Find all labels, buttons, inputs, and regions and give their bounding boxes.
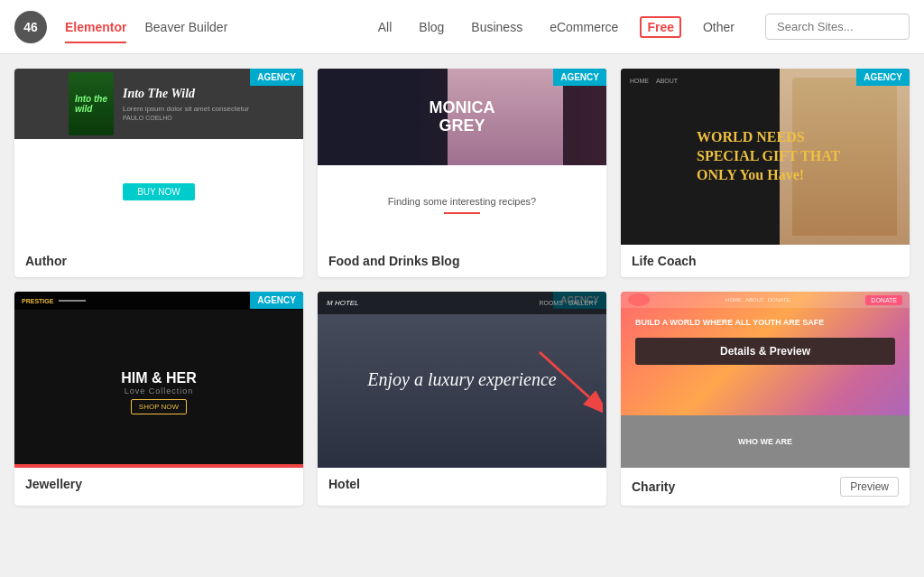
charity-logo-shape — [628, 293, 650, 306]
jewel-bottom-line — [14, 464, 303, 468]
food-agency-badge: AGENCY — [553, 69, 606, 86]
card-hotel[interactable]: AGENCY M HOTEL ROOMS GALLERY Enjoy a lux… — [318, 292, 606, 506]
hotel-nav: M HOTEL ROOMS GALLERY — [318, 292, 606, 314]
food-tagline: Finding some interesting recipes? — [388, 196, 536, 207]
coach-main-text: WORLD NEEDS SPECIAL GIFT THAT ONLY You H… — [686, 128, 845, 184]
charity-nav-home: HOME — [725, 297, 742, 302]
author-name: PAULO COELHO — [123, 115, 249, 121]
card-charity-preview: HOME ABOUT DONATE DONATE BUILD A WORLD W… — [621, 292, 910, 468]
charity-heading: BUILD A WORLD WHERE ALL YOUTH ARE SAFE — [635, 317, 895, 329]
jewel-title: HIM & HER — [121, 370, 197, 386]
coach-label-text: Life Coach — [632, 254, 697, 268]
filter-other[interactable]: Other — [698, 18, 740, 36]
coach-card-label: Life Coach — [621, 245, 910, 277]
author-main-title: Into The Wild — [123, 87, 249, 101]
count-badge: 46 — [14, 11, 47, 43]
author-label-text: Author — [25, 254, 67, 268]
charity-bottom: WHO WE ARE — [621, 415, 910, 469]
hotel-title: Enjoy a luxury experience — [367, 369, 556, 390]
top-bar: 46 Elementor Beaver Builder All Blog Bus… — [0, 0, 924, 54]
coach-nav-item: HOME — [630, 78, 649, 84]
filter-free[interactable]: Free — [640, 16, 681, 38]
charity-donate-btn[interactable]: DONATE — [865, 295, 902, 305]
filter-blog[interactable]: Blog — [413, 18, 449, 36]
card-food-preview: AGENCY MONICAGREY Finding some interesti… — [318, 69, 606, 245]
jewel-brand: PRESTIGE — [22, 298, 53, 304]
jewel-label-text: Jewellery — [25, 477, 82, 491]
author-bg: Into thewild Into The Wild Lorem ipsum d… — [14, 69, 303, 245]
author-agency-badge: AGENCY — [250, 69, 303, 86]
jewel-card-label: Jewellery — [14, 468, 303, 500]
charity-label-text: Charity — [632, 479, 675, 494]
beaver-builder-tab[interactable]: Beaver Builder — [144, 16, 227, 38]
charity-who-text: WHO WE ARE — [738, 437, 792, 446]
charity-bg: HOME ABOUT DONATE DONATE BUILD A WORLD W… — [621, 292, 910, 468]
author-book-cover: Into thewild — [69, 72, 114, 135]
author-right-content: Into The Wild Lorem ipsum dolor sit amet… — [123, 87, 249, 121]
charity-nav-about: ABOUT — [745, 297, 764, 302]
jewel-content: HIM & HER Love Collection SHOP NOW — [121, 363, 197, 414]
card-food[interactable]: AGENCY MONICAGREY Finding some interesti… — [318, 69, 606, 277]
jewel-cta-btn[interactable]: SHOP NOW — [131, 399, 187, 414]
food-bottom: Finding some interesting recipes? — [318, 165, 606, 245]
search-input[interactable] — [765, 14, 910, 40]
food-label-text: Food and Drinks Blog — [328, 254, 459, 268]
author-top-content: Into thewild Into The Wild Lorem ipsum d… — [69, 72, 249, 135]
charity-main-content: BUILD A WORLD WHERE ALL YOUTH ARE SAFE D… — [621, 308, 910, 374]
filter-ecommerce[interactable]: eCommerce — [544, 18, 624, 36]
charity-nav: HOME ABOUT DONATE — [725, 297, 790, 302]
food-card-label: Food and Drinks Blog — [318, 245, 606, 277]
food-person-name: MONICAGREY — [430, 99, 495, 135]
filter-business[interactable]: Business — [466, 18, 528, 36]
charity-nav-donate: DONATE — [768, 297, 790, 302]
author-desc: Lorem ipsum dolor sit amet consectetur — [123, 105, 249, 113]
card-jewellery[interactable]: AGENCY PRESTIGE CONTACT HIM & HER Love C… — [14, 292, 303, 506]
elementor-tab[interactable]: Elementor — [65, 16, 126, 38]
charity-header: HOME ABOUT DONATE DONATE — [621, 292, 910, 308]
coach-nav: HOME ABOUT — [630, 78, 774, 91]
author-card-label: Author — [14, 245, 303, 277]
card-hotel-preview: AGENCY M HOTEL ROOMS GALLERY Enjoy a lux… — [318, 292, 606, 468]
hotel-logo: M HOTEL — [327, 299, 359, 307]
jewel-agency-badge: AGENCY — [250, 292, 303, 309]
hotel-text: Enjoy a luxury experience — [367, 369, 556, 390]
jewel-subtitle: Love Collection — [125, 386, 194, 396]
card-author[interactable]: AGENCY Into thewild Into The Wild Lorem … — [14, 69, 303, 277]
food-line — [444, 212, 480, 214]
card-charity[interactable]: HOME ABOUT DONATE DONATE BUILD A WORLD W… — [621, 292, 910, 506]
charity-details-btn[interactable]: Details & Preview — [635, 338, 895, 365]
coach-nav-about: ABOUT — [656, 78, 678, 84]
cards-grid: AGENCY Into thewild Into The Wild Lorem … — [0, 54, 924, 520]
filter-all[interactable]: All — [373, 18, 398, 36]
hotel-bg: M HOTEL ROOMS GALLERY Enjoy a luxury exp… — [318, 292, 606, 468]
filter-nav: All Blog Business eCommerce Free Other — [373, 16, 740, 38]
charity-preview-btn[interactable]: Preview — [840, 477, 899, 497]
hotel-label-text: Hotel — [328, 477, 360, 491]
hotel-card-label: Hotel — [318, 468, 606, 500]
card-author-preview: AGENCY Into thewild Into The Wild Lorem … — [14, 69, 303, 245]
coach-nav-items: HOME ABOUT — [630, 78, 774, 84]
top-bar-left: 46 Elementor Beaver Builder — [14, 11, 227, 43]
card-life-coach-preview: AGENCY HOME ABOUT WORLD NEEDS SPECIAL GI… — [621, 69, 910, 245]
hotel-nav-item1: ROOMS — [539, 300, 562, 306]
charity-card-label: Charity Preview — [621, 468, 910, 506]
hotel-nav-item2: GALLERY — [568, 300, 597, 306]
card-life-coach[interactable]: AGENCY HOME ABOUT WORLD NEEDS SPECIAL GI… — [621, 69, 910, 277]
coach-agency-badge: AGENCY — [856, 69, 910, 86]
jewel-bg: PRESTIGE CONTACT HIM & HER Love Collecti… — [14, 292, 303, 468]
food-bg: MONICAGREY Finding some interesting reci… — [318, 69, 606, 245]
jewel-nav-dot — [59, 300, 86, 302]
author-cta-btn[interactable]: BUY NOW — [123, 183, 195, 200]
card-jewellery-preview: AGENCY PRESTIGE CONTACT HIM & HER Love C… — [14, 292, 303, 468]
author-wild-text: Into thewild — [75, 94, 107, 114]
coach-bg: HOME ABOUT WORLD NEEDS SPECIAL GIFT THAT… — [621, 69, 910, 245]
author-bottom: BUY NOW — [14, 139, 303, 245]
